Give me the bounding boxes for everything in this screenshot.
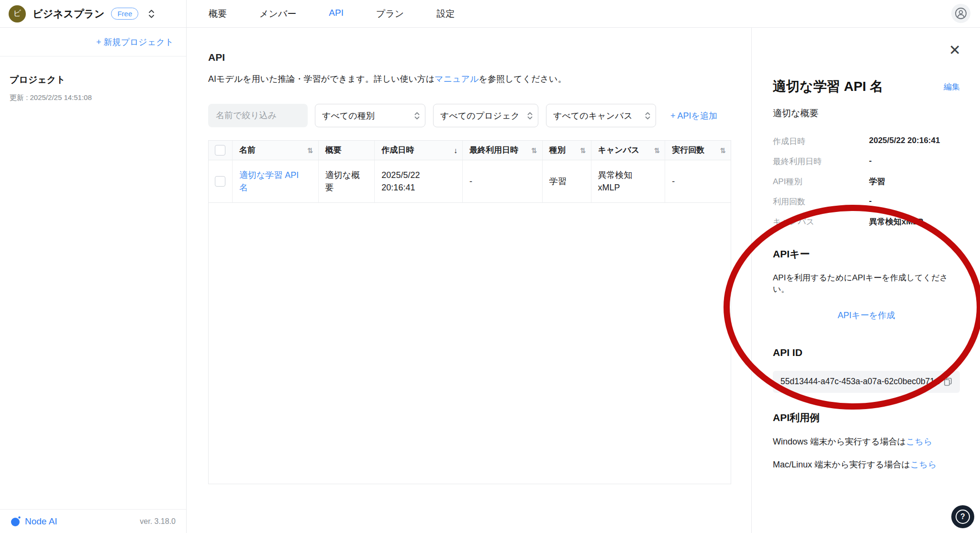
column-label: キャンバス xyxy=(598,144,640,156)
workspace-avatar: ビ xyxy=(9,5,26,22)
app-version: ver. 3.18.0 xyxy=(140,517,176,526)
column-header-last-used[interactable]: 最終利用日時 ⇅ xyxy=(463,141,543,160)
usage-windows-line: Windows 端末から実行する場合はこちら xyxy=(773,436,960,447)
edit-button[interactable]: 編集 xyxy=(944,81,960,92)
usage-windows-text: Windows 端末から実行する場合は xyxy=(773,437,906,446)
column-header-canvas[interactable]: キャンバス ⇅ xyxy=(591,141,666,160)
api-key-heading: APIキー xyxy=(773,247,960,261)
project-filter-value: すべてのプロジェク xyxy=(440,110,520,122)
tab-plan[interactable]: プラン xyxy=(376,8,404,20)
api-id-heading: API ID xyxy=(773,347,960,358)
type-filter-select[interactable]: すべての種別 xyxy=(315,104,425,127)
tab-settings[interactable]: 設定 xyxy=(436,8,455,20)
sort-desc-icon[interactable]: ↓ xyxy=(454,145,457,156)
tab-api[interactable]: API xyxy=(329,8,344,20)
column-header-runs[interactable]: 実行回数 ⇅ xyxy=(665,141,731,160)
column-header-summary[interactable]: 概要 xyxy=(319,141,375,160)
type-text: 学習 xyxy=(549,175,567,188)
usage-windows-link[interactable]: こちら xyxy=(906,437,932,446)
close-icon[interactable]: ✕ xyxy=(949,43,961,57)
column-header-type[interactable]: 種別 ⇅ xyxy=(543,141,591,160)
detail-label: 最終利用日時 xyxy=(773,156,869,167)
sort-icon[interactable]: ⇅ xyxy=(580,145,586,156)
last-used-text: - xyxy=(469,175,472,188)
page-description: AIモデルを用いた推論・学習ができます。詳しい使い方はマニュアルを参照してくださ… xyxy=(208,74,751,85)
manual-link[interactable]: マニュアル xyxy=(434,74,479,84)
main-tabs: 概要 メンバー API プラン 設定 xyxy=(209,8,455,20)
row-select-cell xyxy=(209,160,233,202)
page-title: API xyxy=(208,52,751,63)
description-text: AIモデルを用いた推論・学習ができます。詳しい使い方は xyxy=(208,74,434,84)
summary-text: 適切な概要 xyxy=(325,169,364,194)
tab-members[interactable]: メンバー xyxy=(259,8,296,20)
add-api-button[interactable]: + APIを追加 xyxy=(670,110,717,122)
column-label: 概要 xyxy=(325,144,342,156)
question-mark-icon: ? xyxy=(956,510,970,524)
detail-label: 利用回数 xyxy=(773,196,869,207)
sort-icon[interactable]: ⇅ xyxy=(720,145,726,156)
sort-icon[interactable]: ⇅ xyxy=(531,145,537,156)
table-empty-area xyxy=(209,203,731,484)
api-id-value: 55d13444-a47c-453a-a07a-62c0bec0b71a xyxy=(780,377,939,387)
row-checkbox[interactable] xyxy=(215,176,225,187)
cell-name: 適切な学習 API 名 xyxy=(233,160,319,202)
cell-created: 2025/5/22 20:16:41 xyxy=(375,160,463,202)
project-updated-timestamp: 更新 : 2025/2/25 14:51:08 xyxy=(10,93,186,102)
copy-icon[interactable] xyxy=(943,377,953,387)
created-text: 2025/5/22 20:16:41 xyxy=(381,169,456,194)
canvas-filter-select[interactable]: すべてのキャンバス xyxy=(546,104,656,127)
detail-label: 作成日時 xyxy=(773,136,869,147)
cell-type: 学習 xyxy=(543,160,591,202)
api-id-box: 55d13444-a47c-453a-a07a-62c0bec0b71a xyxy=(773,371,960,393)
cell-runs: - xyxy=(665,160,731,202)
workspace-selector[interactable]: ビ ビジネスプラン Free xyxy=(0,0,187,27)
chevron-up-down-icon xyxy=(645,111,651,121)
main-content: API AIモデルを用いた推論・学習ができます。詳しい使い方はマニュアルを参照し… xyxy=(187,28,751,533)
new-project-row: + 新規プロジェクト xyxy=(0,28,186,56)
detail-value: 学習 xyxy=(869,176,885,187)
sidebar: + 新規プロジェクト プロジェクト 更新 : 2025/2/25 14:51:0… xyxy=(0,28,187,533)
table-row: 適切な学習 API 名 適切な概要 2025/5/22 20:16:41 - 学… xyxy=(209,160,731,203)
project-filter-select[interactable]: すべてのプロジェク xyxy=(433,104,538,127)
help-button[interactable]: ? xyxy=(951,505,974,528)
column-label: 最終利用日時 xyxy=(469,144,518,156)
select-all-checkbox[interactable] xyxy=(215,145,225,155)
sidebar-footer: Node AI ver. 3.18.0 xyxy=(0,509,186,533)
api-table: 名前 ⇅ 概要 作成日時 ↓ 最終利用日時 ⇅ 種別 ⇅ xyxy=(208,140,731,484)
user-avatar-icon[interactable] xyxy=(951,4,970,23)
tab-overview[interactable]: 概要 xyxy=(209,8,227,20)
column-label: 種別 xyxy=(549,144,566,156)
detail-list: 作成日時 2025/5/22 20:16:41 最終利用日時 - API種別 学… xyxy=(773,136,960,227)
chevron-up-down-icon[interactable] xyxy=(148,8,155,20)
detail-row-last-used: 最終利用日時 - xyxy=(773,156,960,167)
detail-row-created: 作成日時 2025/5/22 20:16:41 xyxy=(773,136,960,147)
usage-mac-link[interactable]: こちら xyxy=(910,460,936,469)
sidebar-section-title: プロジェクト xyxy=(10,74,186,86)
sort-icon[interactable]: ⇅ xyxy=(654,145,660,156)
cell-canvas: 異常検知xMLP xyxy=(591,160,666,202)
new-project-button[interactable]: + 新規プロジェクト xyxy=(96,36,174,48)
column-header-name[interactable]: 名前 ⇅ xyxy=(233,141,319,160)
cell-last-used: - xyxy=(463,160,543,202)
api-name-link[interactable]: 適切な学習 API 名 xyxy=(239,169,304,194)
node-ai-logo: Node AI xyxy=(11,516,57,527)
panel-title: 適切な学習 API 名 xyxy=(773,78,883,96)
canvas-text: 異常検知xMLP xyxy=(598,169,646,194)
table-header-row: 名前 ⇅ 概要 作成日時 ↓ 最終利用日時 ⇅ 種別 ⇅ xyxy=(209,141,731,160)
node-ai-logo-icon xyxy=(11,516,21,527)
create-api-key-button[interactable]: APIキーを作成 xyxy=(838,311,895,320)
search-input[interactable] xyxy=(208,104,308,127)
plan-badge: Free xyxy=(111,8,138,20)
detail-value: 異常検知xMLP xyxy=(869,216,923,227)
top-bar: ビ ビジネスプラン Free 概要 メンバー API プラン 設定 xyxy=(0,0,980,28)
detail-label: API種別 xyxy=(773,176,869,187)
sort-icon[interactable]: ⇅ xyxy=(307,145,313,156)
column-header-created[interactable]: 作成日時 ↓ xyxy=(375,141,463,160)
detail-row-usage-count: 利用回数 - xyxy=(773,196,960,207)
detail-value: - xyxy=(869,156,872,167)
chevron-up-down-icon xyxy=(414,111,420,121)
detail-row-api-type: API種別 学習 xyxy=(773,176,960,187)
description-text-suffix: を参照してください。 xyxy=(479,74,566,84)
column-label: 名前 xyxy=(239,144,256,156)
api-key-description: APIを利用するためにAPIキーを作成してください。 xyxy=(773,272,960,295)
